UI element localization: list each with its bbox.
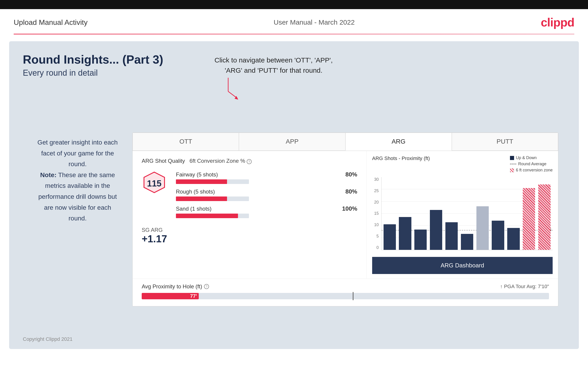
content-layout: Get greater insight into each facet of y… [23, 87, 565, 224]
chart-header: ARG Shots - Proximity (ft) Up & Down Rou… [372, 155, 553, 173]
proximity-bar-fill: 77' [142, 293, 199, 299]
bar-track-rough [176, 197, 249, 201]
top-bar [0, 0, 588, 9]
proximity-bar-label: 77' [190, 293, 197, 299]
bar-col-1 [382, 177, 397, 250]
tab-putt[interactable]: PUTT [452, 133, 558, 151]
panel-container: OTT APP ARG PUTT ARG Shot Quality 6ft Co… [132, 133, 558, 306]
chart-legend: Up & Down Round Average 6 ft conversion … [510, 155, 553, 173]
clippd-logo: clippd [541, 16, 574, 29]
chart-title: ARG Shots - Proximity (ft) [372, 155, 430, 161]
panel-body: ARG Shot Quality 6ft Conversion Zone % ? [133, 151, 558, 279]
bar-3 [414, 230, 427, 250]
sg-label: SG ARG [142, 227, 357, 233]
left-panel: ARG Shot Quality 6ft Conversion Zone % ? [133, 151, 367, 279]
tabs-row: OTT APP ARG PUTT [133, 133, 558, 151]
bar-6 [461, 234, 473, 250]
legend-square-icon [510, 156, 514, 160]
bar-col-6 [460, 177, 474, 250]
proximity-cursor [353, 292, 354, 300]
arg-dashboard-button[interactable]: ARG Dashboard [372, 257, 553, 274]
chart-y-labels: 30 25 20 15 10 5 0 [372, 177, 380, 250]
help-icon[interactable]: ? [247, 159, 252, 164]
bar-fill-sand [176, 214, 238, 218]
panel-header: ARG Shot Quality 6ft Conversion Zone % ? [142, 158, 357, 164]
legend-6ft: 6 ft conversion zone [510, 168, 553, 173]
bar-fill-rough [176, 197, 227, 201]
proximity-section: Avg Proximity to Hole (ft) ? ↑ PGA Tour … [133, 279, 558, 306]
bar-fill-fairway [176, 179, 227, 184]
header: Upload Manual Activity User Manual - Mar… [0, 9, 588, 34]
bar-col-3 [413, 177, 428, 250]
tab-ott[interactable]: OTT [133, 133, 239, 151]
bar-col-5 [444, 177, 459, 250]
chart-area: 8 [381, 177, 553, 250]
page-title: User Manual - March 2022 [274, 18, 355, 26]
bar-chart: 30 25 20 15 10 5 0 [372, 177, 553, 257]
legend-dashed-icon [510, 164, 516, 164]
proximity-bar-track: 77' [142, 293, 549, 299]
legend-up-down-label: Up & Down [516, 155, 537, 160]
bar-5 [445, 222, 458, 250]
quality-label: ARG Shot Quality [142, 158, 185, 164]
legend-6ft-label: 6 ft conversion zone [516, 168, 553, 173]
legend-hatched-icon [510, 168, 514, 172]
note-bold: Note: [40, 171, 57, 178]
bar-col-2 [398, 177, 413, 250]
shot-quality-sand: Sand (1 shots) 100% [176, 205, 357, 218]
shot-quality-rough: Rough (5 shots) 80% [176, 188, 357, 201]
pga-avg: ↑ PGA Tour Avg: 7'10" [500, 284, 549, 290]
hexagon-container: 115 Fairway (5 shots) 80% [142, 171, 357, 222]
bar-8 [492, 221, 504, 250]
bar-col-4 [429, 177, 443, 250]
bar-col-7 [475, 177, 490, 250]
left-description: Get greater insight into each facet of y… [34, 137, 121, 224]
copyright: Copyright Clippd 2021 [23, 336, 73, 342]
bars-row [381, 177, 553, 250]
main-content: Round Insights... (Part 3) Every round i… [9, 41, 579, 349]
bar-col-10 [522, 177, 536, 250]
bar-col-11 [537, 177, 552, 250]
bar-track-fairway [176, 179, 249, 184]
bar-10-hatched [523, 188, 535, 250]
proximity-header: Avg Proximity to Hole (ft) ? ↑ PGA Tour … [142, 283, 549, 290]
conversion-label: 6ft Conversion Zone % ? [189, 158, 252, 164]
legend-up-down: Up & Down [510, 155, 553, 160]
sg-container: SG ARG +1.17 [142, 227, 357, 245]
hexagon-number: 115 [147, 179, 161, 189]
legend-round-avg: Round Average [510, 162, 553, 167]
hexagon-score: 115 [142, 171, 167, 196]
bar-11-hatched [538, 184, 551, 250]
bar-col-8 [491, 177, 505, 250]
legend-round-avg-label: Round Average [518, 162, 546, 167]
header-divider [14, 34, 574, 34]
bar-7-highlighted [476, 206, 489, 250]
tab-app[interactable]: APP [239, 133, 345, 151]
bar-col-9 [506, 177, 521, 250]
bar-track-sand [176, 214, 249, 218]
left-column: Get greater insight into each facet of y… [23, 87, 132, 224]
tab-arg[interactable]: ARG [346, 133, 452, 151]
bar-4 [430, 210, 442, 250]
bar-1 [384, 224, 396, 250]
sg-value: +1.17 [142, 233, 357, 245]
annotation-text: Click to navigate between 'OTT', 'APP','… [215, 55, 333, 75]
shot-quality-list: Fairway (5 shots) 80% Rough (5 s [176, 171, 357, 222]
shot-quality-fairway: Fairway (5 shots) 80% [176, 171, 357, 184]
proximity-help-icon[interactable]: ? [204, 284, 209, 289]
upload-label[interactable]: Upload Manual Activity [14, 18, 88, 27]
bar-2 [399, 217, 411, 250]
bar-9 [507, 228, 519, 250]
right-panel: ARG Shots - Proximity (ft) Up & Down Rou… [367, 151, 558, 279]
proximity-label: Avg Proximity to Hole (ft) ? [142, 283, 209, 290]
